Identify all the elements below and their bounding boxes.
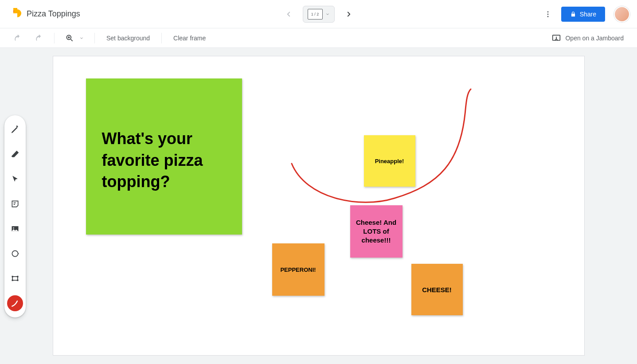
svg-rect-18 bbox=[12, 276, 13, 277]
toolbar: Set background Clear frame Open on a Jam… bbox=[0, 28, 637, 48]
header-bar: Pizza Toppings 1 / 2 Share bbox=[0, 0, 637, 28]
sticky-note-icon bbox=[11, 200, 20, 208]
svg-rect-17 bbox=[12, 277, 18, 280]
toolbar-separator bbox=[54, 33, 55, 43]
chevron-down-icon bbox=[325, 12, 330, 16]
sticky-text: Cheese! And LOTS of cheese!!! bbox=[355, 218, 398, 245]
zoom-button[interactable] bbox=[61, 31, 88, 45]
pen-icon bbox=[10, 125, 20, 134]
redo-button[interactable] bbox=[30, 31, 48, 45]
frame-navigation: 1 / 2 bbox=[282, 6, 355, 23]
share-label: Share bbox=[580, 11, 596, 18]
select-tool[interactable] bbox=[7, 171, 23, 187]
pen-tool[interactable] bbox=[7, 121, 23, 137]
svg-rect-20 bbox=[12, 280, 13, 281]
svg-point-15 bbox=[13, 227, 14, 229]
image-icon bbox=[11, 224, 20, 233]
frame-counter-label: 1 / 2 bbox=[311, 12, 319, 16]
undo-button[interactable] bbox=[9, 31, 27, 45]
svg-point-4 bbox=[547, 16, 548, 17]
frame-counter-icon: 1 / 2 bbox=[308, 9, 323, 20]
toolbar-separator bbox=[161, 33, 162, 43]
clear-frame-button[interactable]: Clear frame bbox=[168, 32, 211, 44]
next-frame-button[interactable] bbox=[343, 8, 355, 20]
sticky-text: Pineapple! bbox=[375, 158, 404, 164]
lock-icon bbox=[570, 11, 576, 17]
svg-point-16 bbox=[12, 250, 18, 256]
document-title[interactable]: Pizza Toppings bbox=[27, 9, 80, 19]
eraser-icon bbox=[10, 149, 20, 159]
svg-rect-19 bbox=[17, 276, 18, 277]
sticky-note-cheese-lots[interactable]: Cheese! And LOTS of cheese!!! bbox=[350, 205, 403, 258]
jamboard-canvas[interactable]: What's your favorite pizza topping? Pine… bbox=[53, 56, 585, 356]
sticky-note-pepperoni[interactable]: PEPPERONI! bbox=[272, 243, 324, 296]
open-on-jamboard-button[interactable]: Open on a Jamboard bbox=[547, 31, 628, 45]
more-vert-icon bbox=[544, 10, 552, 18]
image-tool[interactable] bbox=[7, 221, 23, 237]
question-text: What's your favorite pizza topping? bbox=[102, 128, 226, 193]
share-button[interactable]: Share bbox=[561, 7, 605, 22]
open-on-jamboard-label: Open on a Jamboard bbox=[565, 35, 624, 42]
sticky-text: CHEESE! bbox=[422, 286, 452, 294]
question-sticky-note[interactable]: What's your favorite pizza topping? bbox=[86, 78, 242, 235]
sticky-text: PEPPERONI! bbox=[280, 266, 316, 273]
eraser-tool[interactable] bbox=[7, 146, 23, 162]
chevron-down-icon bbox=[79, 36, 84, 40]
toolbar-separator bbox=[94, 33, 95, 43]
svg-rect-21 bbox=[17, 280, 18, 281]
sticky-note-tool[interactable] bbox=[7, 196, 23, 212]
svg-line-6 bbox=[71, 39, 73, 41]
more-options-button[interactable] bbox=[540, 6, 556, 22]
redo-icon bbox=[35, 34, 43, 43]
pointer-icon bbox=[11, 175, 20, 184]
circle-icon bbox=[11, 249, 20, 258]
undo-icon bbox=[13, 34, 22, 43]
svg-point-3 bbox=[547, 13, 548, 15]
svg-point-2 bbox=[547, 11, 548, 12]
header-actions: Share bbox=[540, 6, 630, 22]
toolbar-right: Open on a Jamboard bbox=[547, 31, 628, 45]
prev-frame-button[interactable] bbox=[282, 8, 295, 20]
set-background-button[interactable]: Set background bbox=[101, 32, 155, 44]
workspace: What's your favorite pizza topping? Pine… bbox=[0, 48, 637, 364]
text-box-tool[interactable] bbox=[7, 270, 23, 286]
zoom-icon bbox=[65, 34, 74, 43]
jamboard-logo-icon bbox=[7, 7, 21, 21]
laser-icon bbox=[11, 299, 20, 308]
text-box-icon bbox=[11, 274, 20, 283]
shape-tool[interactable] bbox=[7, 246, 23, 262]
cast-icon bbox=[552, 34, 561, 43]
user-avatar[interactable] bbox=[614, 6, 630, 22]
svg-rect-11 bbox=[16, 125, 18, 128]
side-toolbar bbox=[4, 115, 26, 317]
sticky-note-cheese[interactable]: CHEESE! bbox=[411, 264, 463, 315]
sticky-note-pineapple[interactable]: Pineapple! bbox=[364, 135, 415, 187]
laser-tool[interactable] bbox=[7, 295, 23, 311]
frame-indicator[interactable]: 1 / 2 bbox=[303, 6, 335, 23]
